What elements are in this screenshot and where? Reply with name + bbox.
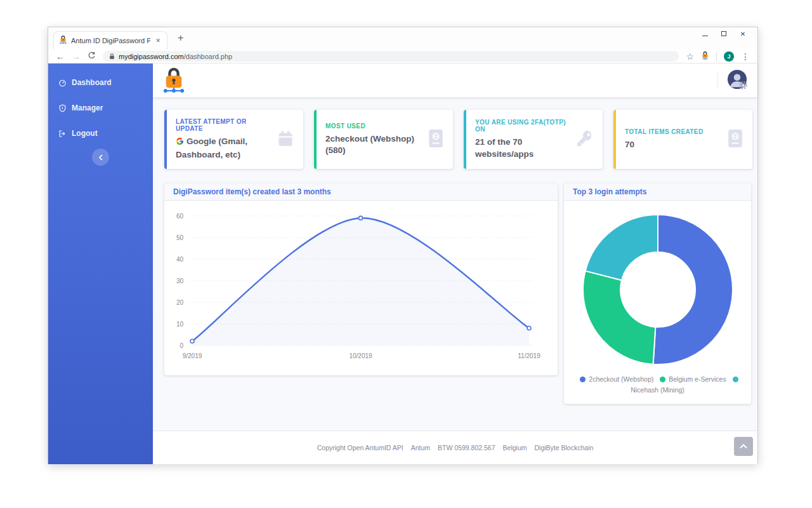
stat-value: 2checkout (Webshop) (580): [325, 133, 422, 156]
google-g-icon: [176, 137, 184, 149]
svg-text:30: 30: [176, 277, 184, 284]
donut-chart: [582, 213, 734, 366]
passport-icon: [428, 129, 444, 150]
stat-label: YOU ARE USING 2FA(TOTP) ON: [475, 119, 571, 133]
legend-item-label[interactable]: Nicehash (Mining): [631, 386, 684, 394]
logout-icon: [58, 130, 67, 138]
legend-item[interactable]: [726, 375, 742, 383]
footer-blockchain: DigiByte Blockchain: [534, 444, 593, 451]
legend-dot-icon: [660, 377, 665, 382]
tab-title: Antum ID DigiPassword Pro Licen: [71, 37, 150, 44]
footer-copyright: Copyright Open AntumID API: [317, 444, 403, 451]
footer-company: Antum: [411, 444, 430, 451]
bookmark-star-icon[interactable]: ☆: [686, 52, 694, 61]
forward-icon[interactable]: →: [72, 52, 81, 61]
passport-icon: [727, 129, 743, 150]
tachometer-icon: [58, 79, 67, 87]
browser-profile-avatar[interactable]: J: [724, 51, 734, 62]
footer-vat: BTW 0599.802.567: [438, 444, 495, 451]
line-chart-title: DigiPassword item(s) created last 3 mont…: [164, 184, 558, 201]
window-close-button[interactable]: ✕: [733, 29, 752, 40]
stat-value: 70: [625, 139, 704, 150]
sidebar-collapse-button[interactable]: [92, 149, 109, 166]
sidebar: Dashboard Manager Logout: [48, 64, 153, 464]
browser-tab[interactable]: Antum ID DigiPassword Pro Licen ✕: [53, 31, 167, 50]
stat-label: LATEST ATTEMPT OR UPDATE: [176, 118, 272, 132]
donut-chart-title: Top 3 login attempts: [564, 184, 751, 201]
scroll-to-top-button[interactable]: [734, 437, 753, 456]
tab-favicon-lock-icon: [59, 35, 67, 46]
svg-text:50: 50: [176, 234, 184, 241]
main-area: LATEST ATTEMPT OR UPDATE Google (Gmail, …: [153, 64, 757, 464]
svg-text:20: 20: [176, 299, 184, 306]
user-avatar[interactable]: [727, 69, 747, 92]
svg-text:60: 60: [176, 213, 184, 220]
svg-text:10/2019: 10/2019: [349, 352, 372, 359]
stat-value: Google (Gmail, Dashboard, etc): [176, 136, 272, 160]
password-extension-lock-icon[interactable]: [701, 51, 709, 62]
sidebar-item-manager[interactable]: Manager: [48, 95, 153, 121]
svg-text:11/2019: 11/2019: [518, 352, 540, 359]
app-logo-lock-icon: [163, 65, 185, 96]
svg-text:0: 0: [180, 342, 183, 349]
window-maximize-button[interactable]: [714, 29, 733, 40]
stat-cards-row: LATEST ATTEMPT OR UPDATE Google (Gmail, …: [164, 110, 752, 169]
card-total-items: TOTAL ITEMS CREATED 70: [613, 110, 752, 169]
card-2fa-usage: YOU ARE USING 2FA(TOTP) ON 21 of the 70 …: [464, 110, 603, 169]
svg-text:9/2019: 9/2019: [183, 352, 202, 359]
stat-label: MOST USED: [325, 123, 422, 130]
url-text: mydigipassword.com/dashboard.php: [119, 53, 232, 60]
browser-window: Antum ID DigiPassword Pro Licen ✕ + ✕ ← …: [48, 27, 758, 464]
toolbar-divider: [716, 52, 717, 61]
shield-icon: [58, 104, 67, 112]
legend-item[interactable]: Belgium e-Services: [653, 375, 726, 383]
svg-text:40: 40: [176, 256, 184, 263]
stat-label: TOTAL ITEMS CREATED: [625, 128, 704, 135]
https-lock-icon: [109, 51, 115, 62]
chevron-up-icon: [740, 444, 747, 449]
donut-chart-card: Top 3 login attempts 2checkout (Webshop)…: [564, 184, 751, 404]
line-chart: 01020304050609/201910/201911/2019: [164, 201, 558, 375]
key-icon: [576, 130, 594, 150]
chart-legend: 2checkout (Webshop)Belgium e-Services Ni…: [564, 374, 751, 396]
footer: Copyright Open AntumID API Antum BTW 059…: [153, 431, 757, 464]
topbar-divider: [717, 72, 718, 89]
back-icon[interactable]: ←: [56, 52, 65, 61]
calendar-icon: [277, 130, 294, 150]
address-bar[interactable]: mydigipassword.com/dashboard.php: [103, 51, 679, 62]
tab-strip: Antum ID DigiPassword Pro Licen ✕ + ✕: [48, 27, 757, 50]
browser-menu-icon[interactable]: ⋮: [741, 52, 750, 61]
card-latest-attempt: LATEST ATTEMPT OR UPDATE Google (Gmail, …: [164, 110, 303, 169]
sidebar-item-logout[interactable]: Logout: [48, 121, 153, 146]
tab-close-icon[interactable]: ✕: [154, 37, 162, 44]
line-chart-card: DigiPassword item(s) created last 3 mont…: [164, 184, 558, 375]
stat-value: 21 of the 70 websites/apps: [475, 137, 571, 159]
browser-toolbar: ← → mydigipassword.com/dashboard.php ☆ J…: [48, 50, 757, 64]
reload-icon[interactable]: [88, 51, 96, 62]
card-most-used: MOST USED 2checkout (Webshop) (580): [314, 110, 453, 169]
topbar: [153, 64, 757, 97]
sidebar-item-dashboard[interactable]: Dashboard: [48, 70, 153, 95]
footer-country: Belgium: [503, 444, 527, 451]
legend-dot-icon: [733, 377, 738, 382]
window-minimize-button[interactable]: [695, 29, 714, 40]
legend-item[interactable]: 2checkout (Webshop): [573, 375, 653, 383]
new-tab-button[interactable]: +: [174, 31, 187, 45]
legend-dot-icon: [580, 377, 586, 382]
chevron-left-icon: [98, 154, 103, 161]
svg-text:10: 10: [176, 321, 184, 328]
